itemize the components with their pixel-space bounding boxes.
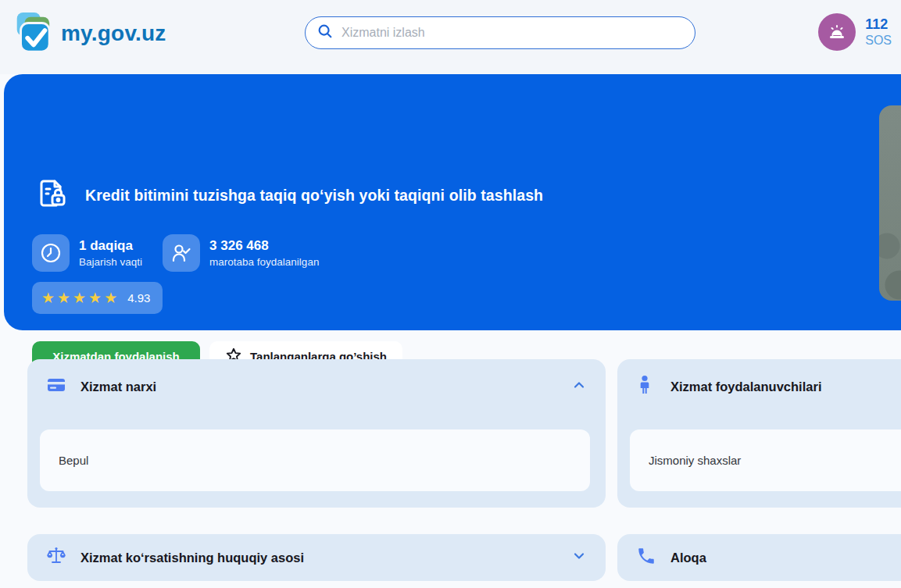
card-service-price-header[interactable]: Xizmat narxi bbox=[27, 359, 606, 414]
card-service-users: Xizmat foydalanuvchilari Jismoniy shaxsl… bbox=[617, 359, 901, 508]
sos-label: SOS bbox=[865, 33, 892, 48]
document-lock-icon bbox=[32, 174, 71, 216]
service-price-value: Bepul bbox=[59, 454, 88, 467]
person-icon bbox=[636, 375, 656, 398]
sos-button[interactable]: 112 SOS bbox=[818, 13, 892, 51]
card-legal-basis-header[interactable]: Xizmat koʻrsatishning huquqiy asosi bbox=[27, 534, 606, 581]
chevron-down-icon[interactable] bbox=[571, 548, 587, 567]
logo[interactable]: my.gov.uz bbox=[11, 10, 166, 57]
hero-photo bbox=[879, 105, 901, 301]
search-icon bbox=[316, 23, 334, 43]
card-service-users-header[interactable]: Xizmat foydalanuvchilari bbox=[617, 359, 901, 414]
service-title: Kredit bitimini tuzishga taqiq qoʻyish y… bbox=[85, 187, 543, 205]
card-legal-basis: Xizmat koʻrsatishning huquqiy asosi bbox=[27, 534, 606, 581]
card-service-price: Xizmat narxi Bepul bbox=[27, 359, 606, 508]
card-title: Xizmat narxi bbox=[80, 380, 557, 394]
header: my.gov.uz 112 bbox=[0, 0, 901, 74]
card-contact-header[interactable]: Aloqa bbox=[617, 534, 901, 581]
card-body: Jismoniy shaxslar bbox=[630, 429, 901, 491]
rating-value: 4.93 bbox=[127, 291, 150, 305]
card-title: Aloqa bbox=[670, 551, 901, 565]
card-contact: Aloqa bbox=[617, 534, 901, 581]
stat-duration-value: 1 daqiqa bbox=[79, 237, 142, 255]
sos-number: 112 bbox=[865, 16, 892, 34]
service-users-value: Jismoniy shaxslar bbox=[649, 454, 741, 467]
scales-icon bbox=[46, 546, 66, 569]
chevron-up-icon[interactable] bbox=[571, 377, 587, 396]
rating-badge: ★★★★★ 4.93 bbox=[32, 282, 163, 314]
stat-duration-label: Bajarish vaqti bbox=[79, 255, 142, 269]
clock-icon bbox=[32, 234, 70, 272]
service-stats: 1 daqiqa Bajarish vaqti 3 326 468 marota… bbox=[32, 234, 319, 272]
phone-icon bbox=[636, 546, 656, 569]
card-title: Xizmat koʻrsatishning huquqiy asosi bbox=[80, 551, 557, 565]
stat-duration: 1 daqiqa Bajarish vaqti bbox=[32, 234, 142, 272]
card-body: Bepul bbox=[40, 429, 590, 491]
siren-icon bbox=[818, 13, 856, 51]
card-title: Xizmat foydalanuvchilari bbox=[670, 380, 901, 394]
user-check-icon bbox=[163, 234, 200, 272]
stat-usage: 3 326 468 marotaba foydalanilgan bbox=[163, 234, 319, 272]
hero-banner: Kredit bitimini tuzishga taqiq qoʻyish y… bbox=[4, 74, 901, 330]
logo-mark-icon bbox=[11, 10, 53, 57]
stat-usage-value: 3 326 468 bbox=[209, 237, 319, 255]
page: my.gov.uz 112 bbox=[0, 0, 901, 588]
stat-usage-label: marotaba foydalanilgan bbox=[209, 255, 319, 269]
logo-text: my.gov.uz bbox=[61, 21, 166, 46]
credit-card-icon bbox=[46, 375, 66, 398]
search-bar[interactable] bbox=[305, 16, 695, 49]
star-rating-icons: ★★★★★ bbox=[41, 290, 120, 305]
search-input[interactable] bbox=[341, 26, 684, 40]
